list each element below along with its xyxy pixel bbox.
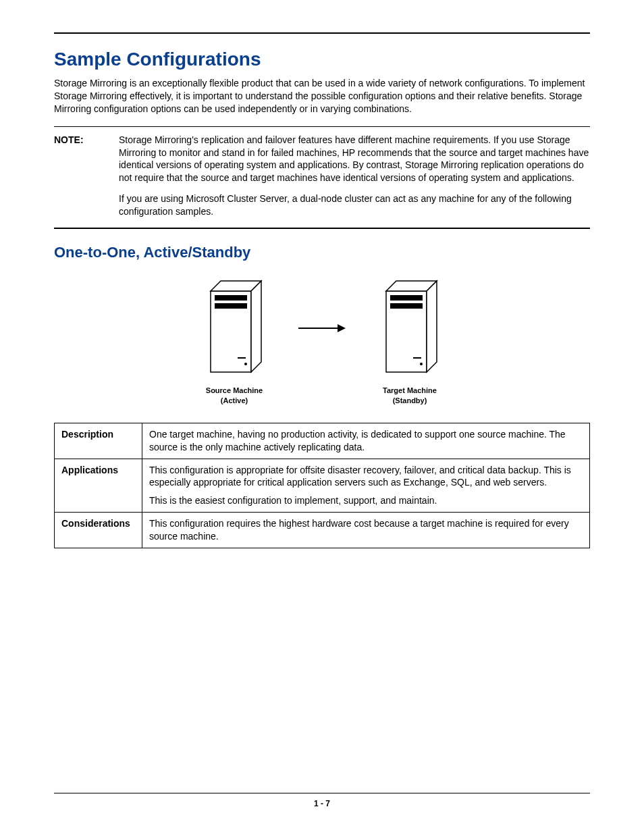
svg-point-14 <box>420 363 423 365</box>
applications-label: Applications <box>55 459 142 513</box>
page-number: 1 - 7 <box>314 799 330 808</box>
table-row: Description One target machine, having n… <box>55 423 590 459</box>
applications-p2: This is the easiest configuration to imp… <box>149 494 583 507</box>
top-rule <box>54 32 590 34</box>
description-label: Description <box>55 423 142 459</box>
page-footer: 1 - 7 <box>54 793 590 808</box>
server-icon <box>204 278 265 379</box>
svg-rect-15 <box>413 357 421 359</box>
svg-rect-6 <box>238 357 246 359</box>
target-label-2: (Standby) <box>379 396 440 406</box>
svg-marker-11 <box>427 281 437 372</box>
applications-p1: This configuration is appropriate for of… <box>149 464 583 490</box>
page-title: Sample Configurations <box>54 49 590 70</box>
svg-rect-4 <box>215 303 247 309</box>
table-row: Applications This configuration is appro… <box>55 459 590 513</box>
intro-paragraph: Storage Mirroring is an exceptionally fl… <box>54 77 590 115</box>
svg-rect-13 <box>390 303 423 309</box>
considerations-text: This configuration requires the highest … <box>142 513 590 548</box>
target-label-1: Target Machine <box>379 386 440 396</box>
svg-marker-8 <box>338 324 346 332</box>
server-icon <box>379 278 440 379</box>
description-text: One target machine, having no production… <box>142 423 590 459</box>
note-body: Storage Mirroring's replication and fail… <box>119 134 590 218</box>
note-block: NOTE: Storage Mirroring's replication an… <box>54 126 590 229</box>
target-machine-figure: Target Machine (Standby) <box>379 278 440 407</box>
svg-rect-12 <box>390 295 423 301</box>
arrow-icon <box>298 278 346 379</box>
source-label-2: (Active) <box>204 396 265 406</box>
configuration-diagram: Source Machine (Active) Target Machine (… <box>54 278 590 407</box>
source-label-1: Source Machine <box>204 386 265 396</box>
source-machine-figure: Source Machine (Active) <box>204 278 265 407</box>
note-label: NOTE: <box>54 134 100 218</box>
svg-marker-2 <box>251 281 261 372</box>
applications-text: This configuration is appropriate for of… <box>142 459 590 513</box>
note-paragraph-1: Storage Mirroring's replication and fail… <box>119 134 590 185</box>
note-paragraph-2: If you are using Microsoft Cluster Serve… <box>119 192 590 218</box>
considerations-label: Considerations <box>55 513 142 548</box>
section-heading: One-to-One, Active/Standby <box>54 244 590 261</box>
table-row: Considerations This configuration requir… <box>55 513 590 548</box>
svg-point-5 <box>244 363 247 365</box>
configuration-table: Description One target machine, having n… <box>54 423 590 548</box>
svg-rect-3 <box>215 295 247 301</box>
